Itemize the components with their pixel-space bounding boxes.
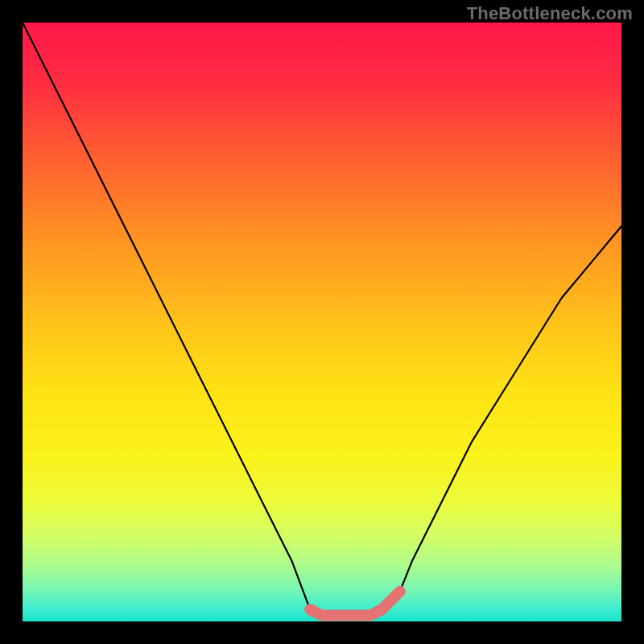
highlight-band <box>310 592 400 616</box>
bottleneck-curve <box>23 23 621 616</box>
watermark-text: TheBottleneck.com <box>467 3 633 24</box>
chart-frame: TheBottleneck.com <box>0 0 644 644</box>
chart-svg <box>23 23 621 621</box>
plot-area <box>23 23 621 621</box>
